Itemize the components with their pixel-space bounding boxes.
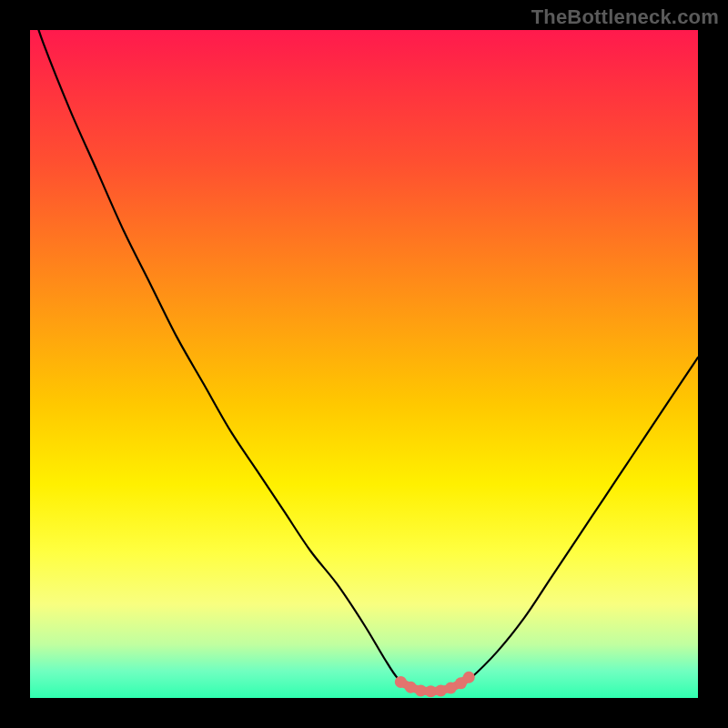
minimum-marker-dot [425,685,437,697]
bottleneck-curve [30,4,698,692]
watermark-label: TheBottleneck.com [531,5,719,29]
minimum-marker-dot [415,684,427,696]
minimum-marker-dot [435,684,447,696]
minimum-marker-dot [463,672,475,683]
bottleneck-curve-svg [30,30,698,698]
minimum-marker-dot [405,682,417,693]
plot-area [30,30,698,698]
minimum-marker-dot [395,676,407,688]
minimum-marker-group [395,672,475,697]
chart-stage: TheBottleneck.com [0,0,728,728]
